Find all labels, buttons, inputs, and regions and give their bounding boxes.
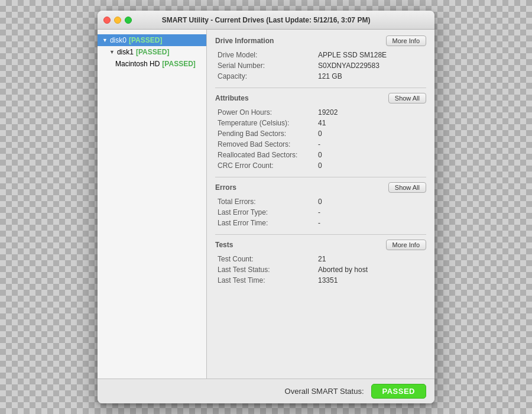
minimize-button[interactable] xyxy=(114,17,121,24)
drive-label: Macintosh HD xyxy=(115,60,160,68)
row-label: Pending Bad Sectors: xyxy=(215,128,316,139)
errors-table: Total Errors: 0 Last Error Type: - Last … xyxy=(215,196,426,228)
tests-header: Tests More Info xyxy=(215,240,426,250)
attributes-header: Attributes Show All xyxy=(215,93,426,104)
errors-header: Errors Show All xyxy=(215,182,426,193)
drive-item-disk1[interactable]: ▼ disk1 [PASSED] xyxy=(98,46,206,58)
tests-table: Test Count: 21 Last Test Status: Aborted… xyxy=(215,254,426,286)
table-row: Test Count: 21 xyxy=(215,254,426,264)
table-row: Drive Model: APPLE SSD SM128E xyxy=(215,50,426,60)
row-value: S0XDNYAD229583 xyxy=(316,60,426,71)
drive-status: [PASSED] xyxy=(162,60,195,68)
titlebar: SMART Utility - Current Drives (Last Upd… xyxy=(98,11,434,30)
table-row: Serial Number: S0XDNYAD229583 xyxy=(215,60,426,71)
table-row: Temperature (Celsius): 41 xyxy=(215,118,426,128)
maximize-button[interactable] xyxy=(125,17,132,24)
table-row: Reallocated Bad Sectors: 0 xyxy=(215,150,426,160)
row-value: 13351 xyxy=(316,275,426,286)
drive-item-macintosh-hd[interactable]: Macintosh HD [PASSED] xyxy=(98,58,206,70)
drive-item-disk0[interactable]: ▼ disk0 [PASSED] xyxy=(98,34,206,46)
close-button[interactable] xyxy=(103,17,111,24)
table-row: Last Test Status: Aborted by host xyxy=(215,264,426,275)
divider xyxy=(215,234,426,235)
drive-label: disk1 xyxy=(117,48,134,56)
drive-info-title: Drive Information xyxy=(215,37,274,45)
row-label: CRC Error Count: xyxy=(215,160,316,171)
row-label: Removed Bad Sectors: xyxy=(215,139,316,150)
overall-status-label: Overall SMART Status: xyxy=(285,387,364,396)
row-label: Last Test Time: xyxy=(215,275,316,286)
errors-section: Errors Show All Total Errors: 0 Last Err… xyxy=(215,182,426,228)
tests-section: Tests More Info Test Count: 21 Last Test… xyxy=(215,240,426,286)
triangle-icon: ▼ xyxy=(109,49,115,55)
row-value: 41 xyxy=(316,118,426,128)
attributes-title: Attributes xyxy=(215,94,249,102)
overall-status-badge: PASSED xyxy=(371,384,427,399)
row-label: Last Error Type: xyxy=(215,207,316,218)
row-label: Power On Hours: xyxy=(215,107,316,118)
show-all-attributes-button[interactable]: Show All xyxy=(388,93,426,104)
show-all-errors-button[interactable]: Show All xyxy=(388,182,426,193)
drive-status: [PASSED] xyxy=(136,48,169,56)
row-value: 19202 xyxy=(316,107,426,118)
drives-panel: ▼ disk0 [PASSED] ▼ disk1 [PASSED] Macint… xyxy=(98,30,207,379)
row-label: Test Count: xyxy=(215,254,316,264)
divider xyxy=(215,177,426,177)
table-row: Last Error Type: - xyxy=(215,207,426,218)
row-label: Last Test Status: xyxy=(215,264,316,275)
row-label: Serial Number: xyxy=(215,60,316,71)
attributes-table: Power On Hours: 19202 Temperature (Celsi… xyxy=(215,107,426,171)
traffic-lights xyxy=(103,17,132,24)
row-value: 21 xyxy=(316,254,426,264)
info-panel: Drive Information More Info Drive Model:… xyxy=(207,30,434,379)
row-value: 0 xyxy=(316,150,426,160)
table-row: CRC Error Count: 0 xyxy=(215,160,426,171)
row-value: - xyxy=(316,207,426,218)
row-value: - xyxy=(316,218,426,228)
triangle-icon: ▼ xyxy=(102,37,108,43)
divider xyxy=(215,88,426,88)
row-label: Last Error Time: xyxy=(215,218,316,228)
row-label: Drive Model: xyxy=(215,50,316,60)
drive-info-section: Drive Information More Info Drive Model:… xyxy=(215,35,426,82)
drive-status: [PASSED] xyxy=(129,36,162,44)
tests-title: Tests xyxy=(215,241,233,249)
table-row: Last Test Time: 13351 xyxy=(215,275,426,286)
row-value: 0 xyxy=(316,128,426,139)
table-row: Last Error Time: - xyxy=(215,218,426,228)
app-window: SMART Utility - Current Drives (Last Upd… xyxy=(98,11,434,403)
table-row: Removed Bad Sectors: - xyxy=(215,139,426,150)
row-label: Reallocated Bad Sectors: xyxy=(215,150,316,160)
table-row: Capacity: 121 GB xyxy=(215,71,426,82)
bottom-bar: Overall SMART Status: PASSED xyxy=(98,379,434,403)
attributes-section: Attributes Show All Power On Hours: 1920… xyxy=(215,93,426,171)
table-row: Pending Bad Sectors: 0 xyxy=(215,128,426,139)
row-label: Temperature (Celsius): xyxy=(215,118,316,128)
row-value: 0 xyxy=(316,160,426,171)
table-row: Power On Hours: 19202 xyxy=(215,107,426,118)
row-value: - xyxy=(316,139,426,150)
table-row: Total Errors: 0 xyxy=(215,196,426,207)
window-title: SMART Utility - Current Drives (Last Upd… xyxy=(162,16,371,24)
drive-info-header: Drive Information More Info xyxy=(215,35,426,46)
drive-label: disk0 xyxy=(110,36,126,44)
row-value: 121 GB xyxy=(316,71,426,82)
drive-info-table: Drive Model: APPLE SSD SM128E Serial Num… xyxy=(215,50,426,82)
row-label: Capacity: xyxy=(215,71,316,82)
row-value: APPLE SSD SM128E xyxy=(316,50,426,60)
row-value: Aborted by host xyxy=(316,264,426,275)
more-info-tests-button[interactable]: More Info xyxy=(386,240,426,250)
main-content: ▼ disk0 [PASSED] ▼ disk1 [PASSED] Macint… xyxy=(98,30,434,379)
row-value: 0 xyxy=(316,196,426,207)
more-info-button[interactable]: More Info xyxy=(386,35,426,46)
errors-title: Errors xyxy=(215,183,236,192)
row-label: Total Errors: xyxy=(215,196,316,207)
